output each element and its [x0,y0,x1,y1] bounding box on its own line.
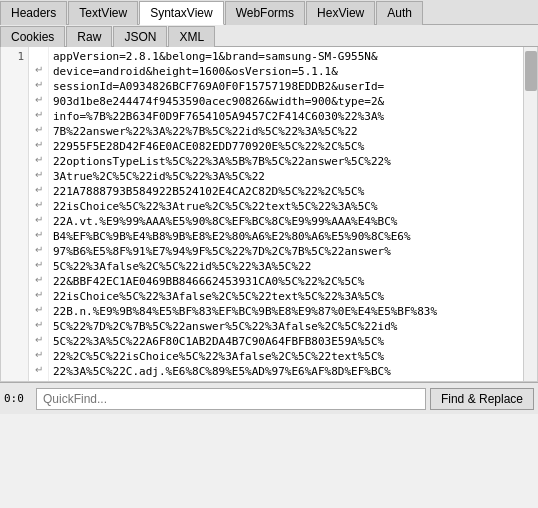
line-numbers: 1 [1,47,29,381]
line-icon-1 [29,47,48,62]
text-line: 22&BBF42EC1AE0469BB846662453931CA0%5C%22… [53,274,519,289]
text-line: B4%EF%BC%9B%E4%B8%9B%E8%E2%80%A6%E2%80%A… [53,229,519,244]
line-icon-14: ↵ [29,242,48,257]
text-line: 22%2C%5C%22isChoice%5C%22%3Afalse%2C%5C%… [53,349,519,364]
text-line: 5C%22%3Afalse%2C%5C%22id%5C%22%3A%5C%22 [53,259,519,274]
line-icon-18: ↵ [29,302,48,317]
text-line: appVersion=2.8.1&belong=1&brand=samsung-… [53,49,519,64]
line-icon-8: ↵ [29,152,48,167]
text-line: 903d1be8e244474f9453590acec90826&width=9… [53,94,519,109]
text-line: 22isChoice%5C%22%3Afalse%2C%5C%22text%5C… [53,289,519,304]
tab-headers[interactable]: Headers [0,1,67,25]
quickfind-input[interactable] [36,388,426,410]
scrollbar[interactable] [523,47,537,381]
text-line: 22%3A%5C%22C.adj.%E6%8C%89%E5%AD%97%E6%A… [53,364,519,379]
line-icon-2: ↵ [29,62,48,77]
tab-bar-top: Headers TextView SyntaxView WebForms Hex… [0,0,538,25]
text-line: 5C%22%3A%5C%22A6F80C1AB2DA4B7C90A64FBFB8… [53,334,519,349]
text-line: 22isChoice%5C%22%3Atrue%2C%5C%22text%5C%… [53,199,519,214]
line-icon-16: ↵ [29,272,48,287]
tab-json[interactable]: JSON [113,26,167,47]
tab-webforms[interactable]: WebForms [225,1,305,25]
tab-raw[interactable]: Raw [66,26,112,47]
line-icon-21: ↵ [29,347,48,362]
text-line: 5C%22%7D%2C%7B%5C%22answer%5C%22%3Afalse… [53,319,519,334]
line-icon-4: ↵ [29,92,48,107]
position-label: 0:0 [4,392,32,405]
tab-bar-second: Cookies Raw JSON XML [0,25,538,47]
tab-hexview[interactable]: HexView [306,1,375,25]
text-line: 22B.n.%E9%9B%84%E5%BF%83%EF%BC%9B%E8%E9%… [53,304,519,319]
line-icon-6: ↵ [29,122,48,137]
text-line: 7B%22answer%22%3A%22%7B%5C%22id%5C%22%3A… [53,124,519,139]
tab-cookies[interactable]: Cookies [0,26,65,47]
text-line: 97%B6%E5%8F%91%E7%94%9F%5C%22%7D%2C%7B%5… [53,244,519,259]
text-line: 22955F5E28D42F46E0ACE082EDD770920E%5C%22… [53,139,519,154]
bottom-bar: 0:0 Find & Replace [0,382,538,414]
line-icons: ↵ ↵ ↵ ↵ ↵ ↵ ↵ ↵ ↵ ↵ ↵ ↵ ↵ ↵ ↵ ↵ ↵ ↵ ↵ ↵ … [29,47,49,381]
text-line: 22A.vt.%E9%99%AAA%E5%90%8C%EF%BC%8C%E9%9… [53,214,519,229]
line-icon-7: ↵ [29,137,48,152]
tab-textview[interactable]: TextView [68,1,138,25]
line-icon-20: ↵ [29,332,48,347]
text-line: 3Atrue%2C%5C%22id%5C%22%3A%5C%22 [53,169,519,184]
line-icon-19: ↵ [29,317,48,332]
line-icon-12: ↵ [29,212,48,227]
text-line: sessionId=A0934826BCF769A0F0F15757198EDD… [53,79,519,94]
line-icon-17: ↵ [29,287,48,302]
tab-auth[interactable]: Auth [376,1,423,25]
line-icon-3: ↵ [29,77,48,92]
line-icon-9: ↵ [29,167,48,182]
tab-syntaxview[interactable]: SyntaxView [139,1,223,25]
line-icon-11: ↵ [29,197,48,212]
content-area: 1 ↵ ↵ ↵ ↵ ↵ ↵ ↵ ↵ ↵ [0,47,538,382]
text-line: 22optionsTypeList%5C%22%3A%5B%7B%5C%22an… [53,154,519,169]
line-icon-15: ↵ [29,257,48,272]
text-line: device=android&height=1600&osVersion=5.1… [53,64,519,79]
line-icon-22: ↵ [29,362,48,377]
tab-xml[interactable]: XML [168,26,215,47]
line-icon-5: ↵ [29,107,48,122]
text-line: info=%7B%22B634F0D9F7654105A9457C2F414C6… [53,109,519,124]
line-icon-10: ↵ [29,182,48,197]
line-icon-13: ↵ [29,227,48,242]
text-line: 221A7888793B584922B524102E4CA2C82D%5C%22… [53,184,519,199]
text-content[interactable]: appVersion=2.8.1&belong=1&brand=samsung-… [49,47,523,381]
find-replace-button[interactable]: Find & Replace [430,388,534,410]
scrollbar-thumb[interactable] [525,51,537,91]
